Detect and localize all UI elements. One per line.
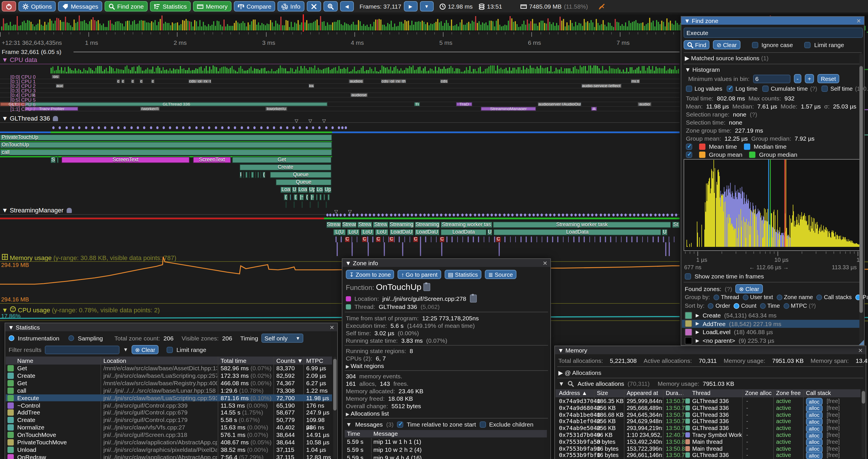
stream-zone[interactable]: LoadData <box>493 229 661 235</box>
alloc-callstack-button[interactable]: alloc <box>806 398 822 405</box>
crash-zone[interactable]: C <box>413 236 418 242</box>
resize-grip-icon[interactable] <box>859 340 864 345</box>
group-by-thread[interactable] <box>713 294 719 300</box>
gl-zone[interactable] <box>257 172 259 178</box>
sample-dot[interactable] <box>528 214 530 217</box>
connection-muted-icon[interactable] <box>598 3 604 9</box>
sample-dot[interactable] <box>428 214 430 217</box>
stream-zone[interactable]: U <box>487 229 492 235</box>
sample-dot[interactable] <box>436 214 438 217</box>
found-zone-row[interactable]: ▶AddTree(18,542) 227.19 ms <box>682 320 862 328</box>
cpu-zone[interactable]: cds <box>440 79 448 83</box>
sample-dot[interactable] <box>641 214 644 217</box>
sample-dot[interactable] <box>536 214 539 217</box>
sample-dot[interactable] <box>566 214 568 217</box>
sample-dot[interactable] <box>345 126 347 129</box>
sample-dot[interactable] <box>377 214 379 217</box>
found-zone-row[interactable]: ▶LoadLevel(18) 406.88 µs <box>682 328 862 336</box>
expand-icon[interactable]: ▶ <box>696 338 699 343</box>
sample-dot[interactable] <box>575 214 577 217</box>
sample-dot[interactable] <box>72 126 74 129</box>
sample-dot[interactable] <box>305 126 308 129</box>
column-header-thread[interactable]: Thread <box>692 390 710 396</box>
instrumentation-radio[interactable] <box>9 335 14 341</box>
sample-dot[interactable] <box>516 214 518 217</box>
sample-dot[interactable] <box>612 214 614 217</box>
gl-zone[interactable]: Get <box>232 157 332 163</box>
column-header-name[interactable]: Name <box>17 357 33 364</box>
sample-dot[interactable] <box>465 214 468 217</box>
options-button[interactable]: Options <box>19 1 56 11</box>
message-row[interactable]: 5.59 smip 11 w 1 h 1 (1) <box>345 438 547 446</box>
memory-table-row[interactable]: 0x7553b9fbf016 bytes296,661,146ns13:50.7… <box>556 452 861 459</box>
column-header-zone-alloc[interactable]: Zone alloc <box>745 390 772 396</box>
cpu-zone[interactable]: c <box>140 79 143 83</box>
sample-dot[interactable] <box>195 126 197 129</box>
sample-dot[interactable] <box>98 126 100 129</box>
power-button[interactable] <box>2 1 16 11</box>
gl-zone[interactable] <box>319 194 322 200</box>
memory-table-row[interactable]: 0x74ab1be040186.68 KB294,645,364ns13:50.… <box>556 412 861 418</box>
sample-dot[interactable] <box>208 126 210 129</box>
column-header-zone-free[interactable]: Zone free <box>776 390 801 396</box>
find-zone-input[interactable]: Execute <box>684 28 863 38</box>
gl-zone[interactable]: Up <box>324 187 332 193</box>
frame-prev-button[interactable]: ◀ <box>340 1 354 11</box>
stream-zone[interactable]: LoadData <box>441 229 487 235</box>
gl-zone[interactable] <box>255 172 256 178</box>
gl-zone[interactable] <box>245 172 248 178</box>
sample-dot[interactable] <box>156 126 159 129</box>
sample-dot[interactable] <box>474 214 476 217</box>
sample-dot[interactable] <box>361 214 363 217</box>
sample-dot[interactable] <box>470 214 472 217</box>
gl-zone[interactable]: Loa <box>316 187 323 193</box>
gl-zone[interactable]: ( <box>293 194 298 200</box>
sample-dot[interactable] <box>104 126 106 129</box>
memory-table-row[interactable]: 0x74a9d37040186.35 KB295,999,844ns13:50.… <box>556 398 861 405</box>
zone-info-titlebar[interactable]: ▼ Zone info✕ <box>342 259 550 267</box>
sample-dot[interactable] <box>629 214 631 217</box>
statistics-titlebar[interactable]: ▼ Statistics✕ <box>5 323 337 331</box>
cpu-zone[interactable]: Ti <box>414 102 420 106</box>
memory-table-row[interactable]: 0x7531d7b04096 KB1:10 234,952,16112:40.7… <box>556 432 861 438</box>
sample-dot[interactable] <box>312 126 314 129</box>
sample-dot[interactable] <box>604 214 606 217</box>
gl-zone[interactable]: PrivateTouchUp <box>0 134 332 141</box>
legend-checkbox[interactable] <box>686 143 692 150</box>
gl-zone[interactable] <box>316 194 318 200</box>
gl-zone[interactable] <box>293 201 295 208</box>
cpu-zone[interactable]: TraD <box>456 102 472 106</box>
gl-zone[interactable]: Queue <box>270 172 332 178</box>
sample-dot[interactable] <box>292 126 295 129</box>
memory-scroll-thumb[interactable] <box>862 391 865 403</box>
sample-dot[interactable] <box>545 214 547 217</box>
sample-dot[interactable] <box>273 126 275 129</box>
sample-dot[interactable] <box>215 126 217 129</box>
sample-dot[interactable] <box>482 214 484 217</box>
sample-dot[interactable] <box>91 126 94 129</box>
sample-dot[interactable] <box>340 214 342 217</box>
sample-dot[interactable] <box>608 214 610 217</box>
reset-button[interactable]: Reset <box>817 74 839 83</box>
sample-dot[interactable] <box>352 214 354 217</box>
decrement-button[interactable]: - <box>794 74 802 83</box>
group-by-user-text[interactable] <box>742 294 748 300</box>
cpu-zone[interactable]: audio.service (effect) <box>581 84 622 88</box>
expand-icon[interactable]: ▶ <box>696 321 699 326</box>
sample-dot[interactable] <box>117 126 120 129</box>
self-time-checkbox[interactable] <box>822 86 828 92</box>
cpu-zone[interactable]: c <box>121 79 125 83</box>
sample-dot[interactable] <box>620 214 623 217</box>
gl-zone[interactable] <box>251 172 254 178</box>
stats-table-row[interactable]: calljni/../jni/../../../src/claw/base/Lu… <box>6 387 332 394</box>
stats-table-row[interactable]: Createjni/../jni/src/claw/base/LuaScript… <box>6 372 332 380</box>
gl-zone[interactable]: Loa <box>280 187 291 193</box>
cpu-data-header[interactable]: ▼ CPU data <box>2 56 37 63</box>
stream-zone[interactable]: Streaming worker tas <box>441 222 492 228</box>
clear-filter-button[interactable]: ⊗ Clear <box>131 345 159 354</box>
clear-found-button[interactable]: ⊗ Clear <box>736 284 763 293</box>
find-zone-histogram[interactable] <box>684 159 863 251</box>
message-row[interactable]: 5.59 smip 10 w 2 h 2 (4) <box>345 446 547 454</box>
sample-dot[interactable] <box>325 126 327 129</box>
sample-dot[interactable] <box>254 126 256 129</box>
